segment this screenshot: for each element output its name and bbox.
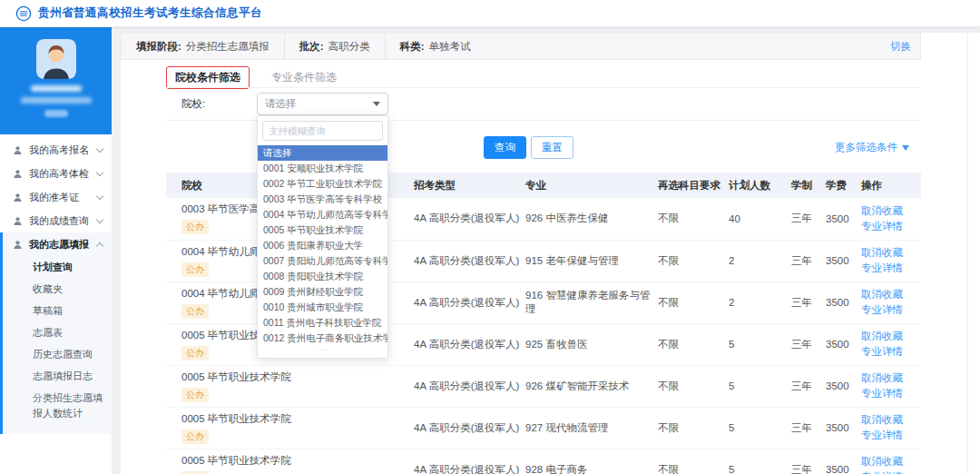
table-header-cell: 操作 (861, 173, 921, 198)
cancel-favorite-link[interactable]: 取消收藏 (861, 370, 916, 386)
major-cell: 926 煤矿智能开采技术 (525, 365, 658, 407)
query-button[interactable]: 查询 (484, 136, 526, 159)
major-detail-link[interactable]: 专业详情 (861, 469, 916, 474)
sidebar-submenu-item[interactable]: 志愿填报日志 (0, 365, 112, 387)
college-option[interactable]: 0009 贵州财经职业学院 (258, 284, 387, 300)
major-detail-link[interactable]: 专业详情 (861, 219, 916, 234)
sidebar-menu-label: 我的准考证 (29, 191, 97, 204)
subject-requirement-cell: 不限 (658, 198, 729, 240)
tab-college-filter[interactable]: 院校条件筛选 (166, 66, 250, 89)
chevron-down-icon (373, 102, 380, 106)
chevron-icon (96, 168, 103, 175)
scrollbar-track[interactable] (967, 33, 968, 474)
table-header-cell: 专业 (525, 173, 658, 198)
college-option[interactable]: 请选择 (258, 145, 387, 161)
switch-link[interactable]: 切换 (890, 40, 911, 54)
plan-count-cell: 5 (729, 449, 791, 474)
admission-type-cell: 4A 高职分类(退役军人) (414, 407, 525, 449)
sidebar-menu-label: 我的志愿填报 (29, 238, 97, 252)
cancel-favorite-link[interactable]: 取消收藏 (861, 454, 916, 469)
college-option[interactable]: 0012 贵州电子商务职业技术学院 (258, 331, 387, 346)
subject-requirement-cell: 不限 (658, 323, 729, 365)
cancel-favorite-link[interactable]: 取消收藏 (861, 245, 916, 261)
reset-button[interactable]: 重置 (531, 136, 573, 159)
major-cell: 928 电子商务 (525, 449, 658, 474)
plan-table-row: 0005 毕节职业技术学院 公办 4A 高职分类(退役军人) 927 现代物流管… (166, 407, 921, 449)
college-select[interactable]: 请选择 (257, 93, 388, 115)
sidebar-menu-item[interactable]: 我的准考证 (0, 185, 112, 209)
college-search-input[interactable] (262, 121, 383, 141)
college-option[interactable]: 0010 贵州城市职业学院 (258, 300, 387, 315)
ownership-badge: 公办 (181, 346, 209, 360)
sidebar-submenu-item[interactable]: 历史志愿查询 (0, 343, 112, 365)
table-header-cell: 再选科目要求 (658, 173, 729, 198)
college-name: 0005 毕节职业技术学院 (181, 454, 408, 468)
college-option[interactable]: 0008 贵阳职业技术学院 (258, 269, 387, 284)
dropdown-more-indicator: ⋯ (258, 346, 387, 358)
cancel-favorite-link[interactable]: 取消收藏 (861, 287, 916, 302)
major-detail-link[interactable]: 专业详情 (861, 344, 916, 360)
sidebar-submenu-item[interactable]: 分类招生志愿填报人数统计 (0, 387, 112, 423)
duration-cell: 三年 (791, 323, 826, 365)
duration-cell: 三年 (791, 449, 826, 474)
college-option[interactable]: 0007 贵阳幼儿师范高等专科学校 (258, 253, 387, 269)
plan-count-cell: 2 (729, 240, 791, 281)
college-option[interactable]: 0011 贵州电子科技职业学院 (258, 315, 387, 331)
sidebar-menu-item[interactable]: 我的高考报名 (0, 138, 112, 162)
sidebar-submenu-item[interactable]: 收藏夹 (0, 278, 112, 300)
college-option[interactable]: 0006 贵阳康养职业大学 (258, 238, 387, 253)
college-option[interactable]: 0002 毕节工业职业技术学院 (258, 176, 387, 192)
page: 贵州省普通高校招生考试考生综合信息平台 我的高考报名 (0, 0, 980, 474)
major-cell: 915 老年保健与管理 (525, 240, 658, 281)
tuition-cell: 3500 (826, 240, 861, 281)
major-detail-link[interactable]: 专业详情 (861, 386, 916, 401)
user-profile (0, 27, 112, 134)
plan-count-cell: 5 (729, 323, 791, 365)
college-option[interactable]: 0005 毕节职业技术学院 (258, 222, 387, 238)
college-option[interactable]: 0001 安顺职业技术学院 (258, 161, 387, 176)
more-filters-link[interactable]: 更多筛选条件 (835, 141, 909, 154)
sidebar-menu-group: 我的高考报名 (0, 138, 112, 162)
major-cell: 927 现代物流管理 (525, 407, 658, 449)
table-header-cell: 学制 (791, 173, 826, 198)
sidebar-submenu-item[interactable]: 草稿箱 (0, 300, 112, 321)
sidebar-menu-group: 我的准考证 (0, 185, 112, 209)
person-icon (13, 169, 23, 179)
chevron-icon (96, 242, 103, 250)
sidebar-menu-label: 我的高考体检 (29, 167, 97, 181)
plan-table-row: 0005 毕节职业技术学院 公办 4A 高职分类(退役军人) 928 电子商务 … (166, 449, 921, 474)
major-cell: 925 畜牧兽医 (525, 323, 658, 365)
cancel-favorite-link[interactable]: 取消收藏 (861, 203, 916, 219)
user-name-redacted (31, 85, 82, 92)
college-option[interactable]: 0004 毕节幼儿师范高等专科学校 (258, 207, 387, 222)
sidebar-menu-group: 我的志愿填报 计划查询 收藏夹 草稿箱 志愿表 历史志愿查询 志愿填报日志 分类… (0, 232, 112, 434)
sidebar-menu-item[interactable]: 我的成绩查询 (0, 209, 112, 232)
major-detail-link[interactable]: 专业详情 (861, 302, 916, 318)
triangle-down-icon (902, 145, 909, 151)
filter-tabs: 院校条件筛选 专业条件筛选 (166, 66, 337, 89)
college-option[interactable]: 0003 毕节医学高等专科学校 (258, 192, 387, 207)
cancel-favorite-link[interactable]: 取消收藏 (861, 412, 916, 428)
tuition-cell: 3500 (826, 198, 861, 240)
sidebar-submenu-label: 草稿箱 (33, 304, 63, 318)
cancel-favorite-link[interactable]: 取消收藏 (861, 329, 916, 344)
sidebar-menu-label: 我的成绩查询 (29, 214, 97, 228)
sidebar-menu-item[interactable]: 我的志愿填报 (0, 232, 112, 256)
admission-type-cell: 4A 高职分类(退役军人) (414, 281, 525, 323)
sidebar-menu-label: 我的高考报名 (29, 143, 97, 157)
subject-requirement-cell: 不限 (658, 449, 729, 474)
plan-count-cell: 5 (729, 365, 791, 407)
person-icon (13, 145, 23, 155)
sidebar-menu-group: 我的高考体检 (0, 162, 112, 185)
sidebar-submenu-item[interactable]: 志愿表 (0, 321, 112, 343)
operations-cell: 取消收藏 专业详情 (861, 281, 921, 323)
ownership-badge: 公办 (181, 262, 209, 277)
chevron-icon (96, 215, 103, 222)
tab-major-filter[interactable]: 专业条件筛选 (271, 66, 337, 89)
sidebar-submenu-item[interactable]: 计划查询 (0, 256, 112, 278)
sidebar-menu-item[interactable]: 我的高考体检 (0, 162, 112, 185)
sidebar-submenu-label: 收藏夹 (33, 282, 63, 296)
topbar: 贵州省普通高校招生考试考生综合信息平台 (0, 0, 980, 27)
major-detail-link[interactable]: 专业详情 (861, 428, 916, 443)
major-detail-link[interactable]: 专业详情 (861, 261, 916, 276)
